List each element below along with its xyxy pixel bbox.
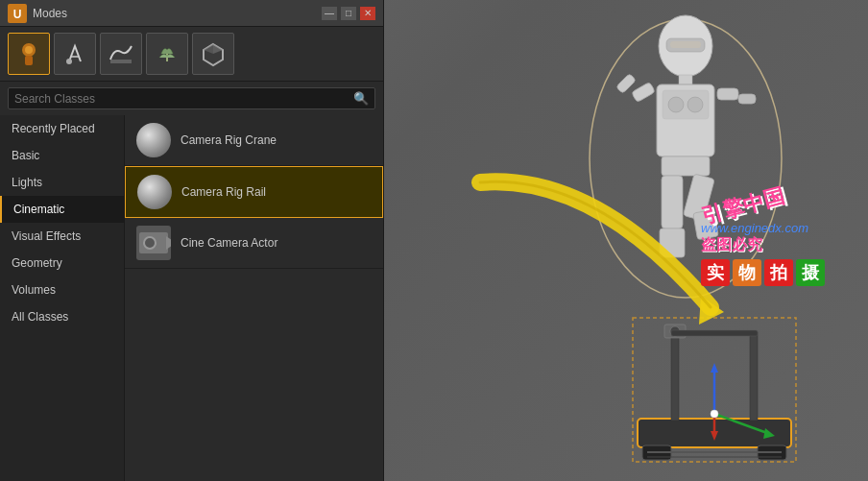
place-mode-button[interactable] xyxy=(8,33,50,75)
titlebar-left: U Modes xyxy=(8,4,67,23)
svg-point-7 xyxy=(668,97,684,112)
svg-rect-3 xyxy=(670,41,701,48)
search-bar[interactable]: 🔍 xyxy=(8,87,375,109)
item-label-crane: Camera Rig Crane xyxy=(181,133,277,147)
landscape-icon xyxy=(108,40,134,67)
svg-point-8 xyxy=(687,97,703,112)
modes-titlebar: U Modes — □ ✕ xyxy=(0,0,383,27)
geometry-icon xyxy=(200,40,227,67)
sidebar-item-basic[interactable]: Basic xyxy=(0,142,124,169)
search-input[interactable] xyxy=(14,92,353,106)
sidebar-item-volumes[interactable]: Volumes xyxy=(0,277,124,303)
item-thumbnail-rail xyxy=(137,175,172,209)
item-label-cine: Cine Camera Actor xyxy=(181,236,277,250)
svg-rect-14 xyxy=(662,176,683,228)
nav-list: Recently Placed Basic Lights Cinematic V… xyxy=(0,115,125,481)
sidebar-item-geometry[interactable]: Geometry xyxy=(0,250,124,277)
landscape-mode-button[interactable] xyxy=(100,33,142,75)
paint-icon xyxy=(61,40,88,67)
item-thumbnail-crane xyxy=(136,123,171,157)
titlebar-controls: — □ ✕ xyxy=(322,7,375,20)
maximize-button[interactable]: □ xyxy=(341,7,356,20)
list-item[interactable]: Camera Rig Crane xyxy=(125,115,383,166)
sidebar-item-cinematic[interactable]: Cinematic xyxy=(0,196,124,223)
modes-panel: U Modes — □ ✕ xyxy=(0,0,384,481)
items-list: Camera Rig Crane Camera Rig Rail Cine Ca… xyxy=(125,115,383,481)
item-label-rail: Camera Rig Rail xyxy=(181,185,266,199)
paint-mode-button[interactable] xyxy=(54,33,96,75)
place-icon xyxy=(15,40,42,67)
svg-rect-4 xyxy=(679,75,692,84)
viewport-content: 引擎中国 www.enginedx.com 盗图必究 实 物 拍 摄 xyxy=(384,0,868,481)
camera-lens-icon xyxy=(143,236,157,250)
sidebar-item-recently-placed[interactable]: Recently Placed xyxy=(0,115,124,142)
svg-rect-24 xyxy=(750,332,758,421)
list-item[interactable]: Cine Camera Actor xyxy=(125,218,383,269)
modes-panel-title: Modes xyxy=(33,7,67,20)
svg-point-43 xyxy=(66,59,72,64)
robot-figure xyxy=(580,10,791,346)
svg-rect-10 xyxy=(631,82,655,102)
sidebar-item-lights[interactable]: Lights xyxy=(0,169,124,196)
sidebar-item-visual-effects[interactable]: Visual Effects xyxy=(0,223,124,250)
svg-rect-15 xyxy=(660,228,685,257)
svg-rect-13 xyxy=(738,94,756,104)
close-button[interactable]: ✕ xyxy=(360,7,375,20)
geometry-mode-button[interactable] xyxy=(192,33,234,75)
svg-point-42 xyxy=(25,46,33,54)
camera-rig-rail xyxy=(618,303,810,476)
mode-toolbar xyxy=(0,27,383,82)
list-item-highlighted[interactable]: Camera Rig Rail xyxy=(125,166,383,218)
unreal-logo-icon: U xyxy=(8,4,27,23)
foliage-icon xyxy=(154,40,181,67)
sidebar-item-all-classes[interactable]: All Classes xyxy=(0,303,124,330)
svg-rect-17 xyxy=(693,209,719,239)
foliage-mode-button[interactable] xyxy=(146,33,188,75)
search-icon: 🔍 xyxy=(353,91,369,106)
svg-marker-29 xyxy=(711,363,718,373)
svg-rect-41 xyxy=(25,56,33,65)
svg-text:U: U xyxy=(13,8,22,21)
watermark-box-4: 摄 xyxy=(796,259,825,286)
svg-rect-12 xyxy=(717,88,738,100)
item-thumbnail-cine xyxy=(136,226,171,260)
svg-rect-27 xyxy=(671,330,758,336)
minimize-button[interactable]: — xyxy=(322,7,337,20)
svg-point-34 xyxy=(711,410,718,418)
camera-icon xyxy=(139,232,168,253)
panel-body: Recently Placed Basic Lights Cinematic V… xyxy=(0,115,383,481)
svg-rect-11 xyxy=(615,73,636,93)
svg-rect-9 xyxy=(662,156,710,176)
svg-rect-23 xyxy=(671,332,679,421)
